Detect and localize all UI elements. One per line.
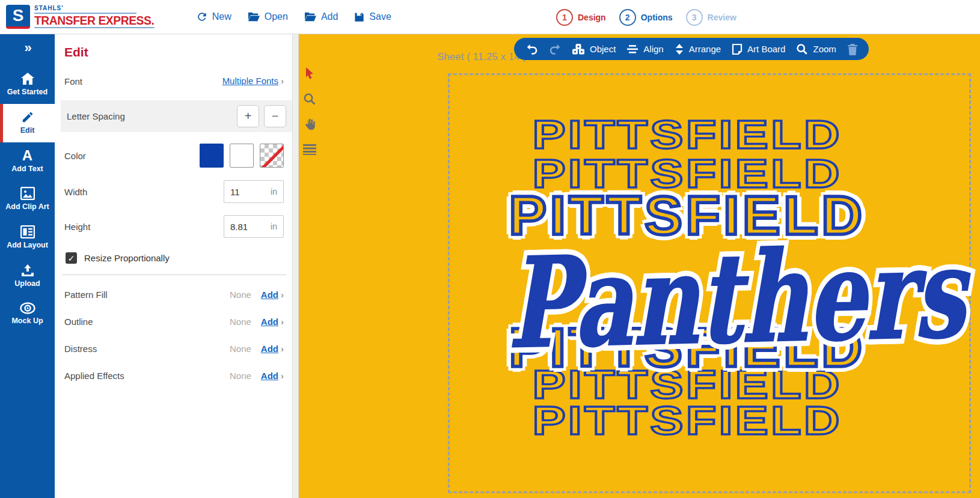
distress-value: None xyxy=(230,344,251,354)
sidebar-item-get-started[interactable]: Get Started xyxy=(0,65,55,104)
align-lines-icon xyxy=(626,44,639,54)
distress-row: Distress None Add › xyxy=(64,335,284,362)
color-swatch-white[interactable] xyxy=(230,144,254,168)
applied-effects-row: Applied Effects None Add › xyxy=(64,362,284,389)
outline-add-link[interactable]: Add xyxy=(261,317,278,327)
artboard-dashed-boundary: PITTSFIELD PITTSFIELD PITTSFIELD PITTSFI… xyxy=(448,73,971,493)
pattern-fill-add-link[interactable]: Add xyxy=(261,290,278,300)
stahls-s-logo: S xyxy=(6,5,30,29)
step-options[interactable]: 2 Options xyxy=(619,9,673,26)
resize-proportionally-row: ✓ Resize Proportionally xyxy=(66,252,284,264)
width-row: Width in xyxy=(64,174,284,209)
save-floppy-icon xyxy=(354,11,365,23)
object-group-icon xyxy=(572,43,585,55)
edit-panel-title: Edit xyxy=(64,45,284,59)
open-folder-icon xyxy=(247,11,260,22)
design-object-pittsfield-panthers[interactable]: PITTSFIELD PITTSFIELD PITTSFIELD PITTSFI… xyxy=(450,75,969,491)
height-row: Height in xyxy=(64,209,284,244)
artboard-menu-button[interactable]: Art Board xyxy=(732,43,785,55)
applied-effects-value: None xyxy=(230,371,251,381)
width-input[interactable] xyxy=(230,187,265,197)
color-swatch-blue[interactable] xyxy=(200,144,224,168)
font-row: Font Multiple Fonts› xyxy=(64,68,284,94)
canvas-toolbar: Object Align Arrange Art Board xyxy=(514,38,869,60)
step-review[interactable]: 3 Review xyxy=(686,9,737,26)
add-button[interactable]: Add xyxy=(304,11,338,22)
panel-scrollbar-gutter[interactable] xyxy=(292,34,299,498)
artboard-page-icon xyxy=(732,43,743,55)
sidebar-item-upload[interactable]: Upload xyxy=(0,257,55,296)
brand-main-text: TRANSFER EXPRESS. xyxy=(34,14,154,28)
chevron-right-icon: › xyxy=(281,290,284,300)
letter-spacing-row: Letter Spacing + − xyxy=(61,100,292,132)
arrange-sort-icon xyxy=(675,44,684,55)
sidebar-item-add-text[interactable]: A Add Text xyxy=(0,142,55,181)
design-canvas[interactable]: Sheet ( 11.25 x 14 ) PITTSFIELD PITTSFIE… xyxy=(299,34,980,498)
chevron-right-icon: › xyxy=(281,344,284,354)
home-icon xyxy=(20,72,35,85)
zoom-magnifier-icon xyxy=(796,43,808,55)
image-icon xyxy=(20,187,35,200)
save-button[interactable]: Save xyxy=(354,11,391,23)
zoom-magnifier-tool[interactable] xyxy=(301,91,318,108)
redo-button[interactable] xyxy=(549,44,561,55)
app-header: S STAHLS' TRANSFER EXPRESS. New Open Add xyxy=(0,0,980,34)
wizard-steps: 1 Design 2 Options 3 Review xyxy=(556,0,737,34)
font-label: Font xyxy=(64,76,82,87)
eye-icon xyxy=(20,302,35,314)
outline-row: Outline None Add › xyxy=(64,308,284,335)
sheet-size-label: Sheet ( 11.25 x 14 ) xyxy=(437,51,526,63)
color-swatch-transparent[interactable] xyxy=(260,144,284,168)
brand-top-text: STAHLS' xyxy=(34,5,136,14)
color-row: Color xyxy=(64,137,284,174)
sidebar-item-mock-up[interactable]: Mock Up xyxy=(0,296,55,333)
width-unit: in xyxy=(271,187,277,196)
multiple-fonts-link[interactable]: Multiple Fonts xyxy=(222,76,278,86)
letter-a-icon: A xyxy=(22,149,32,162)
sidebar-item-add-layout[interactable]: Add Layout xyxy=(0,219,55,257)
letter-spacing-decrease-button[interactable]: − xyxy=(264,105,286,127)
step-design[interactable]: 1 Design xyxy=(556,9,606,26)
canvas-menu-icon[interactable] xyxy=(301,141,318,158)
edit-panel: Edit Font Multiple Fonts› Letter Spacing… xyxy=(55,34,292,498)
undo-button[interactable] xyxy=(526,44,538,55)
zoom-menu-button[interactable]: Zoom xyxy=(796,43,836,55)
pencil-icon xyxy=(21,111,34,124)
chevron-right-icon: › xyxy=(281,317,284,327)
sidebar-item-edit[interactable]: Edit xyxy=(0,104,55,142)
distress-add-link[interactable]: Add xyxy=(261,344,278,354)
arrange-menu-button[interactable]: Arrange xyxy=(675,44,721,55)
letter-spacing-increase-button[interactable]: + xyxy=(237,105,259,127)
resize-proportionally-label: Resize Proportionally xyxy=(84,253,170,263)
open-button[interactable]: Open xyxy=(247,11,288,22)
pattern-fill-row: Pattern Fill None Add › xyxy=(64,281,284,308)
letter-spacing-label: Letter Spacing xyxy=(67,111,125,121)
trash-icon xyxy=(847,43,858,55)
brand-logo: S STAHLS' TRANSFER EXPRESS. xyxy=(0,5,165,29)
height-input[interactable] xyxy=(230,222,265,232)
chevron-right-icon: › xyxy=(281,371,284,381)
select-cursor-tool[interactable] xyxy=(301,65,318,82)
height-unit: in xyxy=(271,222,277,231)
delete-button[interactable] xyxy=(847,43,858,55)
resize-proportionally-checkbox[interactable]: ✓ xyxy=(66,252,77,264)
align-menu-button[interactable]: Align xyxy=(626,44,663,54)
add-folder-icon xyxy=(304,11,317,22)
applied-effects-add-link[interactable]: Add xyxy=(261,371,278,381)
sidebar-item-add-clip-art[interactable]: Add Clip Art xyxy=(0,180,55,219)
color-label: Color xyxy=(64,151,86,161)
refresh-icon xyxy=(196,11,208,23)
pattern-fill-value: None xyxy=(230,290,251,300)
panel-divider xyxy=(62,275,286,275)
upload-icon xyxy=(20,264,35,277)
sidebar: » Get Started Edit A Add Text Add Clip A… xyxy=(0,34,55,498)
pan-hand-tool[interactable] xyxy=(301,116,318,133)
new-button[interactable]: New xyxy=(196,11,231,23)
width-label: Width xyxy=(64,187,87,197)
object-menu-button[interactable]: Object xyxy=(572,43,616,55)
script-text: Panthers xyxy=(506,171,868,428)
repeated-text-row: PITTSFIELD xyxy=(421,115,952,155)
layout-icon xyxy=(20,225,35,238)
sidebar-collapse-button[interactable]: » xyxy=(0,34,55,65)
canvas-tools xyxy=(300,65,319,158)
